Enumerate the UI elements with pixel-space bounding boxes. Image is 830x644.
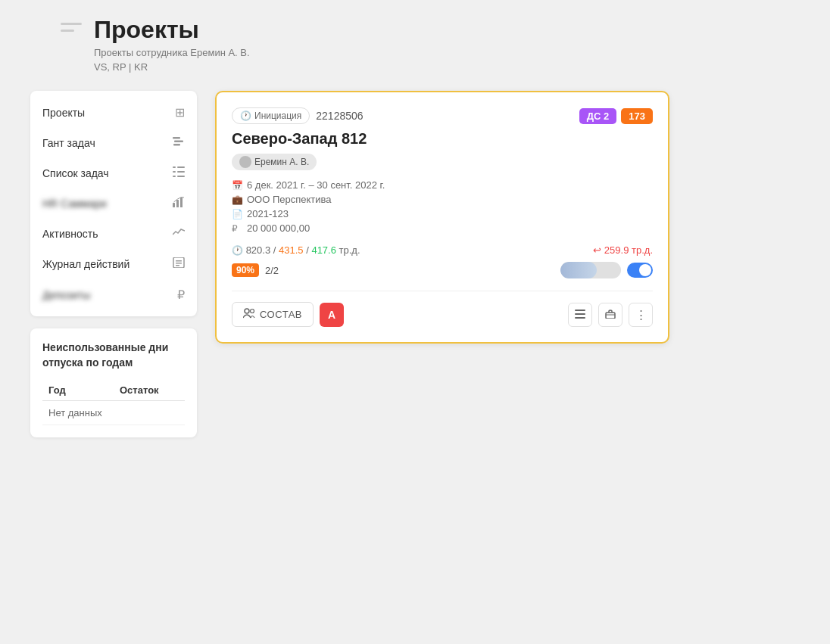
- badge-num: 173: [621, 108, 653, 124]
- btn-a-label: A: [328, 309, 335, 321]
- vacation-col-remainder: Остаток: [114, 380, 185, 401]
- sidebar-line-2: [61, 30, 74, 32]
- sidebar-item-deposits[interactable]: Депозиты ₽: [30, 279, 197, 310]
- document-icon: 📄: [232, 209, 242, 219]
- sidebar-item-gantt-label: Гант задач: [42, 137, 173, 149]
- more-dots-icon: ⋮: [635, 308, 647, 322]
- sidebar-item-deposits-label: Депозиты: [42, 289, 177, 301]
- icon-btn-briefcase[interactable]: [598, 303, 622, 327]
- page-wrapper: Проекты Проекты сотрудника Еремин А. В. …: [15, 15, 815, 437]
- svg-rect-14: [176, 263, 182, 264]
- icon-btn-list[interactable]: [568, 303, 592, 327]
- sidebar-nav: Проекты ⊞ Гант задач Список задач: [30, 91, 197, 316]
- sidebar-toggle-icon: [61, 23, 82, 32]
- icon-btn-more[interactable]: ⋮: [629, 303, 653, 327]
- ruble-icon: ₽: [177, 288, 185, 302]
- svg-rect-21: [606, 313, 615, 319]
- btn-a[interactable]: A: [320, 303, 344, 327]
- progress-row: 90% 2/2: [232, 262, 653, 278]
- sidebar-item-tasklist[interactable]: Список задач: [30, 158, 197, 188]
- detail-company: 💼 ООО Перспектива: [232, 194, 653, 205]
- assignee-row: Еремин А. В.: [232, 154, 653, 179]
- list-icon: [575, 308, 585, 321]
- svg-rect-6: [177, 171, 185, 173]
- badge-ds: ДС 2: [579, 108, 617, 124]
- assignee-name: Еремин А. В.: [254, 157, 309, 167]
- svg-point-17: [251, 310, 254, 313]
- svg-rect-15: [176, 265, 179, 266]
- undo-icon: ↩: [593, 244, 601, 256]
- svg-point-16: [245, 309, 249, 313]
- toggle-knob: [639, 264, 651, 276]
- sidebar-item-journal[interactable]: Журнал действий: [30, 249, 197, 279]
- detail-dates: 📅 6 дек. 2021 г. – 30 сент. 2022 г.: [232, 179, 653, 191]
- header-subtitle-2: VS, RP | KR: [94, 61, 250, 73]
- vacation-col-year: Год: [42, 380, 114, 401]
- vacation-section: Неиспользованные дни отпуска по годам Го…: [30, 328, 197, 437]
- action-right: ⋮: [568, 303, 653, 327]
- left-column: Проекты ⊞ Гант задач Список задач: [30, 91, 197, 437]
- vacation-no-data: Нет данных: [42, 400, 185, 425]
- svg-rect-5: [173, 171, 176, 173]
- stats-left: 🕐 820.3 / 431.5 / 417.6 тр.д.: [232, 244, 360, 256]
- toggle-area: [560, 262, 653, 278]
- card-project-id: 22128506: [316, 110, 363, 122]
- svg-rect-7: [173, 176, 176, 177]
- sidebar-item-hr[interactable]: HR Саммари: [30, 188, 197, 219]
- sidebar-item-activity-label: Активность: [42, 228, 173, 240]
- sidebar-item-gantt[interactable]: Гант задач: [30, 128, 197, 158]
- detail-doc: 📄 2021-123: [232, 208, 653, 219]
- stats-right: ↩ 259.9 тр.д.: [593, 244, 653, 256]
- svg-rect-0: [173, 137, 180, 139]
- sidebar-item-projects[interactable]: Проекты ⊞: [30, 97, 197, 128]
- svg-rect-2: [173, 144, 180, 146]
- calendar-icon: 📅: [232, 180, 242, 191]
- stats-normal: 820.3 /: [246, 244, 279, 256]
- activity-icon: [173, 227, 185, 241]
- progress-count: 2/2: [265, 265, 279, 276]
- gantt-icon: [173, 136, 185, 150]
- action-left: СОСТАВ A: [232, 302, 344, 327]
- ruble-detail-icon: ₽: [232, 223, 242, 234]
- sidebar-line-1: [61, 23, 82, 25]
- stats-clock-icon: 🕐: [232, 245, 243, 256]
- journal-icon: [173, 257, 185, 271]
- stats-green: 417.6: [311, 244, 336, 256]
- clock-icon: 🕐: [240, 110, 251, 121]
- assignee-tag: Еремин А. В.: [232, 154, 317, 170]
- tasklist-icon: [173, 166, 185, 180]
- status-badge: 🕐 Инициация: [232, 107, 310, 124]
- toggle-switch[interactable]: [627, 263, 653, 278]
- stats-suffix: тр.д.: [339, 244, 360, 256]
- right-content: 🕐 Инициация 22128506 ДС 2 173 Северо-Зап…: [215, 91, 815, 437]
- main-content: Проекты ⊞ Гант задач Список задач: [15, 91, 815, 437]
- card-actions: СОСТАВ A: [232, 291, 653, 327]
- status-label: Инициация: [254, 110, 301, 121]
- project-title: Северо-Запад 812: [232, 130, 653, 148]
- svg-rect-4: [177, 166, 185, 168]
- svg-rect-19: [575, 313, 585, 315]
- sidebar-item-hr-label: HR Саммари: [42, 198, 173, 210]
- vacation-title: Неиспользованные дни отпуска по годам: [42, 341, 185, 370]
- doc-value: 2021-123: [247, 208, 289, 219]
- progress-badge: 90%: [232, 263, 259, 277]
- progress-left: 90% 2/2: [232, 263, 279, 277]
- svg-rect-18: [575, 310, 585, 311]
- svg-rect-11: [180, 198, 183, 207]
- people-icon: [243, 308, 255, 321]
- btn-staff[interactable]: СОСТАВ: [232, 302, 314, 327]
- overtime-value: 259.9 тр.д.: [604, 244, 653, 256]
- sidebar-item-journal-label: Журнал действий: [42, 258, 173, 270]
- project-details: 📅 6 дек. 2021 г. – 30 сент. 2022 г. 💼 ОО…: [232, 179, 653, 234]
- sidebar-item-activity[interactable]: Активность: [30, 219, 197, 249]
- btn-staff-label: СОСТАВ: [260, 309, 302, 320]
- assignee-avatar: [239, 156, 251, 168]
- project-card: 🕐 Инициация 22128506 ДС 2 173 Северо-Зап…: [215, 91, 669, 344]
- header-subtitle-1: Проекты сотрудника Еремин А. В.: [94, 47, 250, 58]
- progress-fill: [560, 262, 597, 278]
- card-header-left: 🕐 Инициация 22128506: [232, 107, 364, 124]
- header-text: Проекты Проекты сотрудника Еремин А. В. …: [94, 15, 250, 73]
- grid-icon: ⊞: [175, 105, 185, 120]
- page-header: Проекты Проекты сотрудника Еремин А. В. …: [15, 15, 815, 73]
- dates-value: 6 дек. 2021 г. – 30 сент. 2022 г.: [247, 179, 385, 191]
